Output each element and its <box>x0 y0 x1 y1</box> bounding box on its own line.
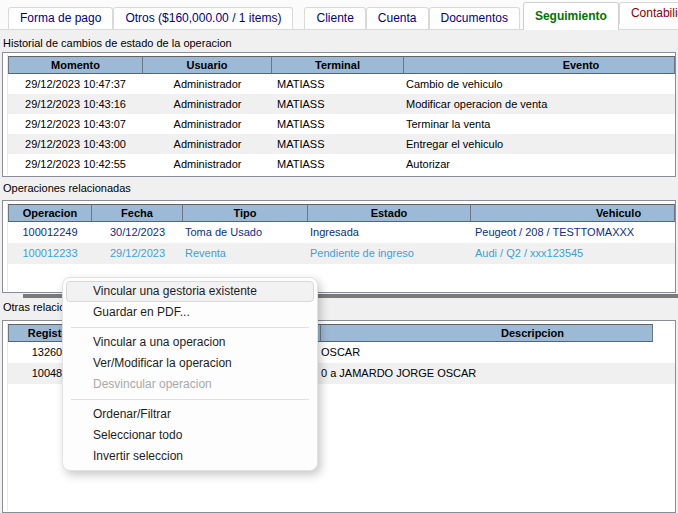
tab-cuenta[interactable]: Cuenta <box>366 7 429 29</box>
context-menu: Vincular una gestoria existente Guardar … <box>62 277 318 471</box>
tab-documentos[interactable]: Documentos <box>429 7 520 29</box>
operation-number[interactable]: 100012249 <box>8 222 92 243</box>
history-cell: Cambio de vehiculo <box>404 74 675 94</box>
tab-group-payment: Forma de pago Otros ($160,000.00 / 1 ite… <box>8 7 293 29</box>
history-row[interactable]: 29/12/2023 10:47:37 Administrador MATIAS… <box>8 74 675 94</box>
tab-group-client: Cliente Cuenta Documentos <box>304 7 519 29</box>
operations-row[interactable]: 100012249 30/12/2023 Toma de Usado Ingre… <box>8 222 675 243</box>
history-cell: Administrador <box>143 154 272 174</box>
history-row[interactable]: 29/12/2023 10:42:55 Administrador MATIAS… <box>8 154 675 174</box>
operations-col-vehiculo[interactable]: Vehiculo <box>471 204 675 222</box>
menu-item-guardar-pdf[interactable]: Guardar en PDF... <box>63 302 317 323</box>
menu-item-invertir-seleccion[interactable]: Invertir seleccion <box>63 446 317 467</box>
history-col-usuario[interactable]: Usuario <box>143 56 272 74</box>
menu-item-seleccionar-todo[interactable]: Seleccionar todo <box>63 425 317 446</box>
history-cell: Modificar operacion de venta <box>404 94 675 114</box>
operations-section-label: Operaciones relacionadas <box>3 182 131 194</box>
operation-vehicle: Audi / Q2 / xxx123545 <box>471 243 675 264</box>
menu-item-desvincular-operacion: Desvincular operacion <box>63 374 317 395</box>
others-descripcion: OSCAR <box>321 342 653 363</box>
history-cell: Terminar la venta <box>404 114 675 134</box>
operation-status: Ingresada <box>308 222 471 243</box>
history-row[interactable]: 29/12/2023 10:43:00 Administrador MATIAS… <box>8 134 675 154</box>
tab-otros[interactable]: Otros ($160,000.00 / 1 items) <box>113 7 293 29</box>
tab-group-tracking: Seguimiento Contabilidad <box>523 2 678 29</box>
history-cell: Administrador <box>143 74 272 94</box>
operations-col-fecha[interactable]: Fecha <box>92 204 183 222</box>
operations-table-header: Operacion Fecha Tipo Estado Vehiculo <box>8 204 675 222</box>
operations-col-vehiculo-label: Vehiculo <box>596 205 641 221</box>
operation-type: Toma de Usado <box>183 222 308 243</box>
history-col-momento[interactable]: Momento <box>8 56 143 74</box>
history-col-evento[interactable]: Evento <box>404 56 675 74</box>
operation-status: Pendiente de ingreso <box>308 243 471 264</box>
menu-item-vincular-gestoria[interactable]: Vincular una gestoria existente <box>66 281 314 302</box>
operation-vehicle: Peugeot / 208 / TESTTOMAXXX <box>471 222 675 243</box>
history-cell: Administrador <box>143 94 272 114</box>
history-cell: Entregar el vehiculo <box>404 134 675 154</box>
operation-number[interactable]: 100012233 <box>8 243 92 264</box>
history-table: Momento Usuario Terminal Evento 29/12/20… <box>2 52 676 177</box>
history-cell: 29/12/2023 10:47:37 <box>8 74 143 94</box>
others-col-descripcion[interactable]: Descripcion <box>321 324 653 342</box>
tab-contabilidad[interactable]: Contabilidad <box>619 2 678 24</box>
tab-seguimiento[interactable]: Seguimiento <box>523 2 619 30</box>
history-row[interactable]: 29/12/2023 10:43:16 Administrador MATIAS… <box>8 94 675 114</box>
history-cell: MATIASS <box>272 154 404 174</box>
tab-cliente[interactable]: Cliente <box>304 7 365 29</box>
operations-col-operacion[interactable]: Operacion <box>8 204 92 222</box>
history-col-terminal[interactable]: Terminal <box>272 56 404 74</box>
menu-separator <box>71 327 309 328</box>
operation-date: 29/12/2023 <box>92 243 183 264</box>
operation-type: Reventa <box>183 243 308 264</box>
history-cell: Autorizar <box>404 154 675 174</box>
operations-col-estado[interactable]: Estado <box>308 204 471 222</box>
menu-separator <box>71 399 309 400</box>
menu-item-vincular-operacion[interactable]: Vincular a una operacion <box>63 332 317 353</box>
history-cell: 29/12/2023 10:43:07 <box>8 114 143 134</box>
operations-col-tipo[interactable]: Tipo <box>183 204 308 222</box>
history-table-header: Momento Usuario Terminal Evento <box>8 56 675 74</box>
history-cell: MATIASS <box>272 74 404 94</box>
history-col-evento-label: Evento <box>563 57 600 73</box>
menu-item-ver-modificar-operacion[interactable]: Ver/Modificar la operacion <box>63 353 317 374</box>
history-cell: 29/12/2023 10:43:00 <box>8 134 143 154</box>
history-cell: MATIASS <box>272 94 404 114</box>
menu-item-ordenar-filtrar[interactable]: Ordenar/Filtrar <box>63 404 317 425</box>
tab-bar: Forma de pago Otros ($160,000.00 / 1 ite… <box>0 0 678 30</box>
history-cell: MATIASS <box>272 114 404 134</box>
others-descripcion: 0 a JAMARDO JORGE OSCAR <box>321 363 653 384</box>
others-col-descripcion-label: Descripcion <box>501 325 564 341</box>
history-cell: 29/12/2023 10:43:16 <box>8 94 143 114</box>
history-row[interactable]: 29/12/2023 10:43:07 Administrador MATIAS… <box>8 114 675 134</box>
history-cell: Administrador <box>143 134 272 154</box>
operations-row[interactable]: 100012233 29/12/2023 Reventa Pendiente d… <box>8 243 675 264</box>
operation-date: 30/12/2023 <box>92 222 183 243</box>
history-cell: 29/12/2023 10:42:55 <box>8 154 143 174</box>
history-section-label: Historial de cambios de estado de la ope… <box>3 37 232 49</box>
history-cell: MATIASS <box>272 134 404 154</box>
tab-forma-de-pago[interactable]: Forma de pago <box>8 7 113 29</box>
history-cell: Administrador <box>143 114 272 134</box>
